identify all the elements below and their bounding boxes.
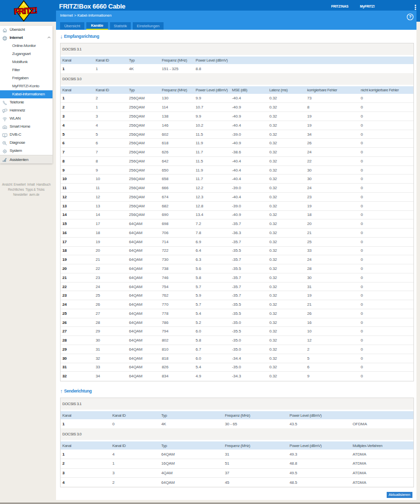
svg-text:?: ? (409, 14, 411, 19)
svg-text:FRITZ!: FRITZ! (14, 6, 37, 16)
